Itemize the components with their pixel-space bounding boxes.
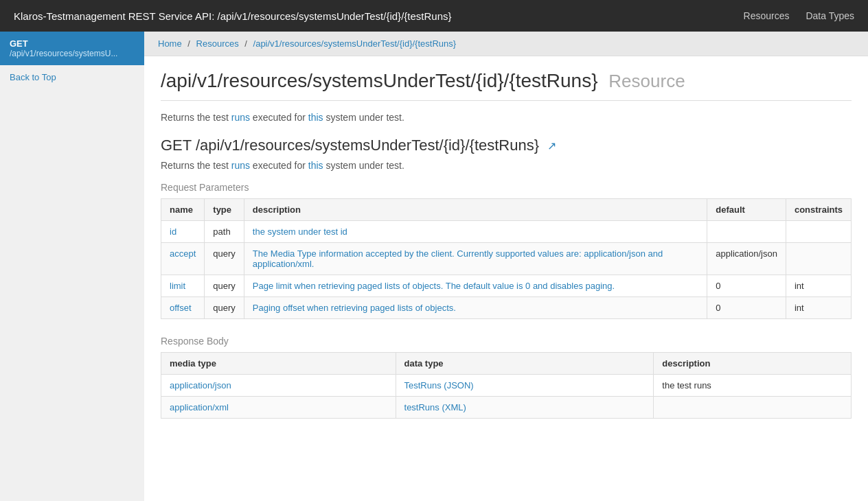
response-body-label: Response Body bbox=[161, 336, 852, 347]
response-body-table: media type data type description applica… bbox=[161, 352, 852, 419]
resp-data-type-link[interactable]: TestRuns (JSON) bbox=[404, 380, 474, 391]
params-table-header-row: name type description default constraint… bbox=[161, 199, 852, 221]
table-row: application/jsonTestRuns (JSON)the test … bbox=[161, 375, 852, 397]
nav-resources[interactable]: Resources bbox=[744, 10, 790, 21]
header-nav: Resources Data Types bbox=[744, 10, 854, 21]
breadcrumb: Home / Resources / /api/v1/resources/sys… bbox=[144, 32, 868, 56]
param-default: application/json bbox=[707, 243, 786, 275]
resp-media-type: application/json bbox=[161, 375, 396, 397]
page-description: Returns the test runs executed for this … bbox=[161, 112, 852, 123]
table-row: acceptqueryThe Media Type information ac… bbox=[161, 243, 852, 275]
breadcrumb-resources[interactable]: Resources bbox=[196, 38, 239, 49]
resp-media-type: application/xml bbox=[161, 397, 396, 419]
resp-description: the test runs bbox=[654, 375, 852, 397]
param-constraints: int bbox=[786, 297, 851, 319]
content-area: /api/v1/resources/systemsUnderTest/{id}/… bbox=[144, 56, 868, 449]
param-type: query bbox=[205, 275, 244, 297]
table-row: idpaththe system under test id bbox=[161, 221, 852, 243]
sidebar: GET /api/v1/resources/systemsU... Back t… bbox=[0, 32, 144, 501]
param-name: offset bbox=[161, 297, 205, 319]
get-section-title-text: GET /api/v1/resources/systemsUnderTest/{… bbox=[161, 137, 539, 154]
col-resp-description: description bbox=[654, 353, 852, 375]
param-constraints bbox=[786, 243, 851, 275]
param-description: The Media Type information accepted by t… bbox=[244, 243, 707, 275]
main-content: Home / Resources / /api/v1/resources/sys… bbox=[144, 32, 868, 501]
col-description: description bbox=[244, 199, 707, 221]
sidebar-item-path: /api/v1/resources/systemsU... bbox=[10, 49, 135, 58]
breadcrumb-current[interactable]: /api/v1/resources/systemsUnderTest/{id}/… bbox=[253, 38, 457, 49]
table-row: application/xmltestRuns (XML) bbox=[161, 397, 852, 419]
get-section-title: GET /api/v1/resources/systemsUnderTest/{… bbox=[161, 137, 852, 154]
page-title-text: /api/v1/resources/systemsUnderTest/{id}/… bbox=[161, 70, 598, 91]
param-name: id bbox=[161, 221, 205, 243]
desc-runs-link[interactable]: runs bbox=[231, 112, 250, 123]
sub-desc-this-link[interactable]: this bbox=[308, 160, 323, 171]
resp-description bbox=[654, 397, 852, 419]
table-row: limitqueryPage limit when retrieving pag… bbox=[161, 275, 852, 297]
header-title: Klaros-Testmanagement REST Service API: … bbox=[14, 10, 452, 22]
resp-data-type: TestRuns (JSON) bbox=[396, 375, 654, 397]
breadcrumb-sep-1: / bbox=[187, 38, 192, 49]
param-name: accept bbox=[161, 243, 205, 275]
table-row: offsetqueryPaging offset when retrieving… bbox=[161, 297, 852, 319]
col-constraints: constraints bbox=[786, 199, 851, 221]
main-layout: GET /api/v1/resources/systemsU... Back t… bbox=[0, 32, 868, 501]
response-table-header-row: media type data type description bbox=[161, 353, 852, 375]
request-params-label: Request Parameters bbox=[161, 182, 852, 193]
param-default: 0 bbox=[707, 275, 786, 297]
page-title-suffix: Resource bbox=[608, 71, 685, 91]
param-type: path bbox=[205, 221, 244, 243]
resp-media-type-link[interactable]: application/xml bbox=[170, 402, 229, 412]
sub-desc-runs-link[interactable]: runs bbox=[231, 160, 250, 171]
nav-data-types[interactable]: Data Types bbox=[806, 10, 854, 21]
request-params-table: name type description default constraint… bbox=[161, 198, 852, 319]
col-data-type: data type bbox=[396, 353, 654, 375]
param-default bbox=[707, 221, 786, 243]
param-description: Page limit when retrieving paged lists o… bbox=[244, 275, 707, 297]
param-name: limit bbox=[161, 275, 205, 297]
breadcrumb-home[interactable]: Home bbox=[158, 38, 182, 49]
external-link-icon[interactable]: ↗︎ bbox=[545, 139, 558, 152]
get-section-description: Returns the test runs executed for this … bbox=[161, 160, 852, 171]
resp-data-type-link[interactable]: testRuns (XML) bbox=[404, 402, 466, 412]
col-name: name bbox=[161, 199, 205, 221]
param-type: query bbox=[205, 297, 244, 319]
resp-data-type: testRuns (XML) bbox=[396, 397, 654, 419]
resp-media-type-link[interactable]: application/json bbox=[170, 380, 231, 391]
sidebar-item-method: GET bbox=[10, 38, 135, 49]
param-constraints: int bbox=[786, 275, 851, 297]
param-description: the system under test id bbox=[244, 221, 707, 243]
param-description: Paging offset when retrieving paged list… bbox=[244, 297, 707, 319]
desc-this-link[interactable]: this bbox=[308, 112, 323, 123]
col-media-type: media type bbox=[161, 353, 396, 375]
col-default: default bbox=[707, 199, 786, 221]
breadcrumb-sep-2: / bbox=[244, 38, 249, 49]
app-header: Klaros-Testmanagement REST Service API: … bbox=[0, 0, 868, 32]
page-title: /api/v1/resources/systemsUnderTest/{id}/… bbox=[161, 70, 852, 101]
col-type: type bbox=[205, 199, 244, 221]
sidebar-item-get[interactable]: GET /api/v1/resources/systemsU... bbox=[0, 32, 144, 65]
param-type: query bbox=[205, 243, 244, 275]
param-constraints bbox=[786, 221, 851, 243]
param-default: 0 bbox=[707, 297, 786, 319]
back-to-top-link[interactable]: Back to Top bbox=[0, 65, 144, 89]
